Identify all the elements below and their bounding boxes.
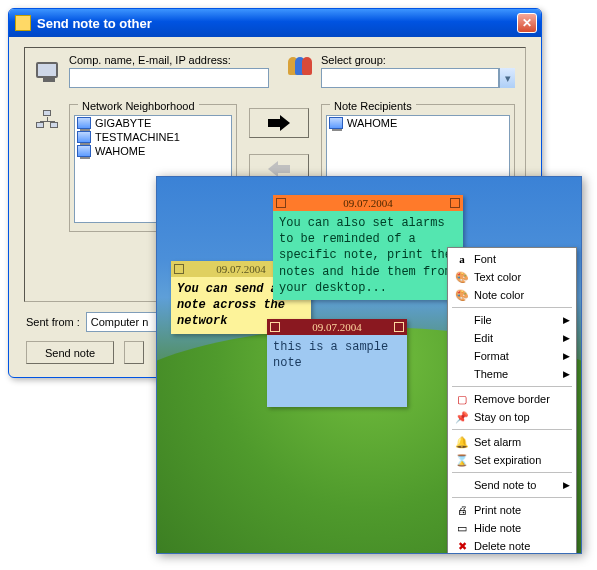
svg-marker-0 [268,115,290,131]
computer-icon [329,117,343,129]
window-title: Send note to other [37,16,517,31]
note-header[interactable]: 09.07.2004 [273,195,463,211]
note-date: 09.07.2004 [312,321,362,333]
note-body[interactable]: this is a sample note [267,335,407,407]
sticky-note-blue[interactable]: 09.07.2004 this is a sample note [267,319,407,407]
secondary-button[interactable] [124,341,144,364]
menu-separator [452,472,572,473]
menu-print-note[interactable]: 🖨Print note [450,501,574,519]
menu-remove-border[interactable]: ▢Remove border [450,390,574,408]
note-menu-icon[interactable] [270,322,280,332]
list-item[interactable]: GIGABYTE [75,116,231,130]
note-app-icon [15,15,31,31]
menu-separator [452,497,572,498]
menu-theme[interactable]: Theme▶ [450,365,574,383]
arrow-right-icon [266,115,292,131]
computer-icon [33,56,61,84]
submenu-arrow-icon: ▶ [563,369,570,379]
people-icon [287,52,315,80]
menu-format[interactable]: Format▶ [450,347,574,365]
note-close-icon[interactable] [394,322,404,332]
menu-separator [452,386,572,387]
submenu-arrow-icon: ▶ [563,480,570,490]
menu-send-note-to[interactable]: Send note to▶ [450,476,574,494]
add-recipient-button[interactable] [249,108,309,138]
menu-stay-on-top[interactable]: 📌Stay on top [450,408,574,426]
note-color-icon: 🎨 [454,287,470,303]
submenu-arrow-icon: ▶ [563,333,570,343]
submenu-arrow-icon: ▶ [563,351,570,361]
menu-text-color[interactable]: 🎨Text color [450,268,574,286]
arrow-left-icon [266,161,292,177]
menu-set-alarm[interactable]: 🔔Set alarm [450,433,574,451]
note-menu-icon[interactable] [174,264,184,274]
menu-delete-note[interactable]: ✖Delete note [450,537,574,554]
titlebar[interactable]: Send note to other ✕ [9,9,541,37]
network-icon [33,106,61,134]
menu-hide-note[interactable]: ▭Hide note [450,519,574,537]
comp-input[interactable] [69,68,269,88]
note-body[interactable]: You can also set alarms to be reminded o… [273,211,463,300]
computer-icon [77,145,91,157]
computer-icon [77,131,91,143]
list-item[interactable]: WAHOME [327,116,509,130]
sent-from-label: Sent from : [26,316,80,328]
computer-icon [77,117,91,129]
menu-set-expiration[interactable]: ⌛Set expiration [450,451,574,469]
note-date: 09.07.2004 [216,263,266,275]
note-menu-icon[interactable] [276,198,286,208]
list-item[interactable]: WAHOME [75,144,231,158]
font-icon: a [454,251,470,267]
note-close-icon[interactable] [450,198,460,208]
text-color-icon: 🎨 [454,269,470,285]
expiration-icon: ⌛ [454,452,470,468]
svg-marker-1 [268,161,290,177]
group-dropdown-arrow[interactable]: ▾ [499,68,515,88]
menu-separator [452,307,572,308]
print-icon: 🖨 [454,502,470,518]
pin-icon: 📌 [454,409,470,425]
group-label: Select group: [321,54,515,66]
hide-icon: ▭ [454,520,470,536]
list-item[interactable]: TESTMACHINE1 [75,130,231,144]
delete-icon: ✖ [454,538,470,554]
group-select[interactable] [321,68,499,88]
recipients-header: Note Recipients [330,101,416,112]
close-button[interactable]: ✕ [517,13,537,33]
menu-separator [452,429,572,430]
menu-edit[interactable]: Edit▶ [450,329,574,347]
sticky-note-green[interactable]: 09.07.2004 You can also set alarms to be… [273,195,463,300]
menu-note-color[interactable]: 🎨Note color [450,286,574,304]
desktop: 09.07.2004 You can send any note across … [156,176,582,554]
network-header: Network Neighborhood [78,101,199,112]
comp-label: Comp. name, E-mail, IP address: [69,54,269,66]
remove-border-icon: ▢ [454,391,470,407]
menu-file[interactable]: File▶ [450,311,574,329]
submenu-arrow-icon: ▶ [563,315,570,325]
alarm-icon: 🔔 [454,434,470,450]
note-date: 09.07.2004 [343,197,393,209]
menu-font[interactable]: aFont [450,250,574,268]
send-note-button[interactable]: Send note [26,341,114,364]
context-menu: aFont 🎨Text color 🎨Note color File▶ Edit… [447,247,577,554]
note-header[interactable]: 09.07.2004 [267,319,407,335]
